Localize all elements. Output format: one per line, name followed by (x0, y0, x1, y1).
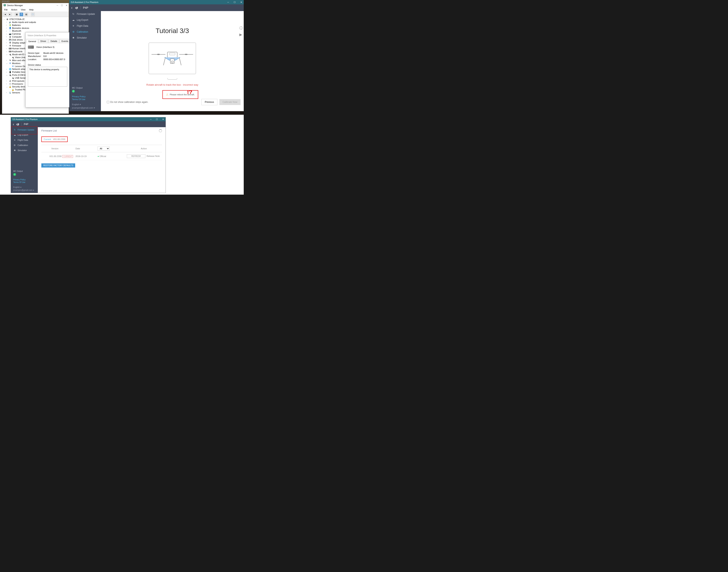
nav-label: Log Export (77, 19, 88, 21)
monitor-icon[interactable]: 🖵 (31, 13, 34, 16)
back-icon[interactable]: ‹ (13, 122, 14, 126)
log-export-icon: ☁ (72, 19, 75, 21)
tree-item[interactable]: ›👤Biometric devices (3, 27, 67, 30)
device-icon: 🔒 (9, 85, 11, 88)
flight-data-icon: ✈ (72, 24, 75, 27)
privacy-link[interactable]: Privacy Policy (13, 178, 35, 181)
menu-help[interactable]: Help (29, 8, 33, 11)
warning-icon: ⚠ (166, 93, 168, 96)
device-icon: 🔊 (9, 21, 11, 23)
drone-illustration (149, 43, 196, 78)
calibrate-now-button[interactable]: Calibrate Now (219, 99, 240, 105)
toolbar-btn-2[interactable]: ▤ (24, 13, 28, 16)
dji-main-content: ⓘ ▶ Tutorial 3/3 (101, 11, 244, 111)
terms-link[interactable]: Terms Of Use (72, 98, 98, 100)
sidebar-item-simulator[interactable]: ✱Simulator (69, 35, 101, 41)
user-email[interactable]: jrcampen@gmail.com ▾ (72, 106, 98, 109)
device-icon: 🖨 (9, 79, 11, 82)
device-icon: 🌐 (9, 68, 11, 71)
props-title[interactable]: Vision (Interface 3) Properties (25, 32, 70, 39)
simulator-icon: ✱ (72, 37, 75, 39)
toolbar-btn-1[interactable]: ▦ (15, 13, 18, 16)
dji-titlebar[interactable]: DJI Assistant 2 For Phantom ─ ☐ ✕ (69, 0, 244, 4)
sidebar-item-calibration[interactable]: ⚙Calibration (69, 29, 101, 35)
release-note-link[interactable]: Release Note (147, 155, 160, 157)
check-icon: ✓ (13, 173, 16, 176)
maximize-button[interactable]: ☐ (156, 118, 158, 121)
filter-dropdown[interactable]: All (97, 147, 110, 150)
tree-item[interactable]: ›🔊Audio inputs and outputs (3, 21, 67, 24)
prop-value: DJI (43, 55, 47, 57)
tutorial-instruction: Rotate aircraft to track the box - incor… (105, 83, 240, 86)
tab-general[interactable]: General (26, 40, 38, 43)
restore-defaults-button[interactable]: RESTORE FACTORY DEFAULTS (41, 163, 75, 167)
warning-message: ⚠ Please reboot the aircraft. (164, 91, 197, 98)
current-badge: CURRENT (62, 155, 73, 158)
back-icon[interactable]: ◄ (3, 13, 7, 16)
prop-value: libusb-win32 devices (43, 52, 64, 54)
dji-title-text: DJI Assistant 2 For Phantom (71, 1, 98, 3)
col-version: Version (41, 145, 74, 152)
loading-icon (159, 129, 162, 132)
minimize-button[interactable]: ─ (227, 1, 229, 4)
tree-item[interactable]: ›🔋Batteries (3, 24, 67, 27)
play-icon[interactable]: ▶ (239, 32, 243, 37)
maximize-button[interactable]: ☐ (234, 1, 236, 4)
sidebar-item-flight-data[interactable]: ✈Flight Data (11, 137, 38, 143)
refresh-button[interactable]: REFRESH (127, 154, 145, 158)
device-icon: 📷 (9, 32, 11, 35)
help-icon[interactable]: ? (19, 13, 23, 16)
sidebar-item-flight-data[interactable]: ✈Flight Data (69, 23, 101, 29)
device-icon (28, 46, 34, 49)
chevron-down-icon: ▾ (33, 189, 34, 191)
sidebar-item-simulator[interactable]: ✱Simulator (11, 148, 38, 153)
tree-root[interactable]: XTECYOGA-JC (9, 18, 25, 21)
tab-details[interactable]: Details (49, 39, 59, 43)
devmgr-titlebar[interactable]: Device Manager ─ ☐ ✕ (2, 3, 69, 7)
dji2-titlebar[interactable]: DJI Assistant 2 For Phantom ─ ☐ ✕ (11, 117, 165, 121)
prop-key: Location: (28, 58, 43, 61)
forward-icon[interactable]: ► (8, 13, 12, 16)
check-icon: ✓ (72, 90, 75, 92)
back-icon[interactable]: ‹ (71, 6, 72, 10)
sidebar-item-log-export[interactable]: ☁Log Export (69, 17, 101, 23)
minimize-button[interactable]: ─ (57, 4, 58, 7)
properties-dialog: Vision (Interface 3) Properties General … (25, 32, 70, 108)
language-selector[interactable]: English ▾ (72, 103, 98, 106)
close-button[interactable]: ✕ (66, 4, 67, 7)
device-icon: ᛒ (9, 30, 11, 32)
device-name: Vision (Interface 3) (36, 46, 54, 48)
menu-view[interactable]: View (21, 8, 25, 11)
dji-logo: cĮı (75, 6, 78, 9)
language-selector[interactable]: English ▾ (13, 186, 35, 188)
tab-events[interactable]: Events (60, 39, 70, 43)
sidebar-item-calibration[interactable]: ⚙Calibration (11, 143, 38, 148)
device-icon: 🔌 (11, 56, 14, 59)
tree-item[interactable]: ›ᛒBluetooth (3, 29, 67, 32)
dont-show-checkbox[interactable] (107, 101, 109, 103)
chevron-down-icon: ▾ (20, 186, 21, 188)
previous-button[interactable]: Previous (201, 99, 217, 105)
close-button[interactable]: ✕ (240, 1, 242, 4)
terms-link[interactable]: Terms Of Use (13, 181, 35, 183)
product-label: P4P (21, 123, 28, 126)
firmware-row: V01.00.2200CURRENT 2018-10-19 ●Official … (41, 152, 162, 160)
nav-label: Flight Data (77, 24, 88, 27)
menu-action[interactable]: Action (11, 8, 17, 11)
privacy-link[interactable]: Privacy Policy (72, 95, 98, 98)
close-button[interactable]: ✕ (162, 118, 164, 121)
maximize-button[interactable]: ☐ (61, 4, 63, 7)
device-icon: ⌨ (9, 50, 11, 53)
calibration-icon: ⚙ (72, 30, 75, 33)
dji-assistant-window: DJI Assistant 2 For Phantom ─ ☐ ✕ ‹ cĮı … (69, 0, 244, 111)
user-email[interactable]: jrcampen@gmail.com ▾ (13, 189, 35, 191)
device-icon: 📱 (9, 71, 11, 74)
tab-driver[interactable]: Driver (39, 39, 48, 43)
device-icon: 💾 (9, 39, 11, 41)
menu-file[interactable]: File (4, 8, 8, 11)
svg-rect-6 (167, 52, 177, 58)
minimize-button[interactable]: ─ (150, 118, 152, 121)
flight-data-icon: ✈ (13, 139, 16, 141)
sidebar-item-firmware-update[interactable]: ↻Firmware Update (69, 11, 101, 17)
help-icon[interactable]: ⓘ (239, 26, 243, 30)
